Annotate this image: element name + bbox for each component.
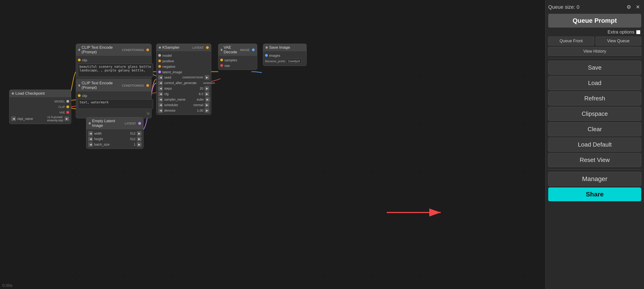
divider-1 bbox=[548, 58, 641, 58]
model-port-row: MODEL bbox=[10, 98, 71, 104]
clip1-input-row: clip bbox=[76, 57, 151, 63]
seed-row[interactable]: ◀ seed 156680208700286 ▶ bbox=[156, 75, 211, 80]
sampler-value: euler bbox=[187, 98, 205, 101]
clip2-body: clip text, watermark ⇲ bbox=[76, 92, 151, 118]
view-history-button[interactable]: View History bbox=[548, 47, 641, 56]
scheduler-row[interactable]: ◀ scheduler normal ▶ bbox=[156, 102, 211, 108]
steps-next-btn[interactable]: ▶ bbox=[205, 86, 209, 91]
control-prev-btn[interactable]: ◀ bbox=[158, 81, 163, 85]
model-output-port bbox=[66, 100, 69, 103]
batch-next-btn[interactable]: ▶ bbox=[137, 142, 142, 147]
positive-input-row: positive bbox=[156, 58, 211, 64]
ksampler-node[interactable]: KSampler LATENT model positive negative bbox=[156, 44, 211, 115]
height-label: height bbox=[93, 137, 118, 141]
share-button[interactable]: Share bbox=[548, 188, 641, 201]
sampler-next-btn[interactable]: ▶ bbox=[205, 97, 210, 102]
settings-icon-btn[interactable]: ⚙ bbox=[625, 4, 632, 10]
sidebar-header: Queue size: 0 ⚙ ✕ bbox=[548, 3, 641, 12]
empty-latent-output-port bbox=[138, 122, 141, 125]
extra-options-label: Extra options bbox=[608, 30, 634, 35]
width-row[interactable]: ◀ width 512 ▶ bbox=[86, 131, 143, 136]
clip-text-encode-2-title: CLIP Text Encode (Prompt) CONDITIONING bbox=[76, 80, 151, 92]
save-image-title: Save Image bbox=[263, 44, 306, 51]
steps-row[interactable]: ◀ steps 20 ▶ bbox=[156, 86, 211, 91]
control-after-row[interactable]: ◀ control_after_generate randomize bbox=[156, 80, 211, 86]
queue-prompt-button[interactable]: Queue Prompt bbox=[548, 14, 641, 28]
height-next-btn[interactable]: ▶ bbox=[137, 137, 142, 141]
filename-prefix-row: filename_prefix ComfyUI bbox=[263, 58, 306, 64]
save-image-node[interactable]: Save Image images filename_prefix ComfyU… bbox=[263, 44, 306, 66]
sidebar: Queue size: 0 ⚙ ✕ Queue Prompt Extra opt… bbox=[545, 0, 644, 289]
load-checkpoint-node[interactable]: Load Checkpoint MODEL CLIP VAE ◀ ckpt_na bbox=[9, 90, 71, 124]
latent-input-row: latent_image bbox=[156, 69, 211, 75]
height-row[interactable]: ◀ height 512 ▶ bbox=[86, 136, 143, 142]
model-in-port bbox=[158, 54, 161, 57]
height-value: 512 bbox=[118, 137, 137, 141]
seed-next-btn[interactable]: ▶ bbox=[205, 75, 209, 80]
clip1-input-port bbox=[78, 58, 80, 61]
cfg-label: cfg bbox=[163, 92, 186, 96]
extra-options-checkbox[interactable] bbox=[636, 30, 640, 34]
vae-decode-output-port bbox=[252, 48, 255, 51]
batch-size-row[interactable]: ◀ batch_size 1 ▶ bbox=[86, 142, 143, 147]
width-next-btn[interactable]: ▶ bbox=[137, 131, 142, 136]
ckpt-name-row[interactable]: ◀ ckpt_name v1-5-pruned-emaonly.ckpt ▶ bbox=[10, 115, 71, 122]
load-checkpoint-title: Load Checkpoint bbox=[10, 90, 71, 97]
steps-value: 20 bbox=[186, 86, 205, 90]
ksampler-dot bbox=[159, 46, 161, 49]
batch-label: batch_size bbox=[93, 143, 118, 146]
refresh-button[interactable]: Refresh bbox=[548, 92, 641, 106]
canvas-area[interactable]: Load Checkpoint MODEL CLIP VAE ◀ ckpt_na bbox=[0, 0, 545, 289]
steps-prev-btn[interactable]: ◀ bbox=[158, 86, 163, 91]
extra-options-row: Extra options bbox=[548, 29, 641, 35]
load-button[interactable]: Load bbox=[548, 76, 641, 90]
clip2-input-row: clip bbox=[76, 93, 151, 98]
vae-port-row: VAE bbox=[10, 110, 71, 115]
manager-button[interactable]: Manager bbox=[548, 172, 641, 186]
seed-value: 156680208700286 bbox=[181, 76, 205, 79]
height-prev-btn[interactable]: ◀ bbox=[88, 137, 93, 141]
load-checkpoint-body: MODEL CLIP VAE ◀ ckpt_name v1-5-pruned-e… bbox=[10, 97, 71, 124]
queue-front-button[interactable]: Queue Front bbox=[548, 36, 594, 46]
cfg-row[interactable]: ◀ cfg 8.0 ▶ bbox=[156, 91, 211, 97]
scheduler-next-btn[interactable]: ▶ bbox=[205, 103, 209, 107]
denoise-prev-btn[interactable]: ◀ bbox=[158, 108, 163, 113]
filename-prefix-value[interactable]: ComfyUI bbox=[287, 59, 302, 64]
clip1-output-port bbox=[146, 48, 149, 51]
clip1-text-input[interactable]: beautiful scenery nature glass bottle la… bbox=[78, 64, 153, 77]
ckpt-prev-btn[interactable]: ◀ bbox=[11, 116, 16, 121]
load-checkpoint-dot bbox=[12, 92, 14, 95]
cfg-prev-btn[interactable]: ◀ bbox=[158, 92, 163, 96]
vae-decode-node[interactable]: VAE Decode IMAGE samples vae bbox=[218, 44, 257, 70]
latent-in-port bbox=[158, 70, 161, 73]
sampler-row[interactable]: ◀ sampler_name euler ▶ bbox=[156, 97, 211, 102]
cfg-next-btn[interactable]: ▶ bbox=[205, 92, 209, 96]
sampler-prev-btn[interactable]: ◀ bbox=[158, 97, 163, 102]
denoise-next-btn[interactable]: ▶ bbox=[205, 108, 209, 113]
scheduler-prev-btn[interactable]: ◀ bbox=[158, 103, 163, 107]
ckpt-next-btn[interactable]: ▶ bbox=[64, 116, 69, 121]
clip2-text-input[interactable]: text, watermark bbox=[78, 99, 153, 109]
denoise-row[interactable]: ◀ denoise 1.00 ▶ bbox=[156, 108, 211, 113]
clipspace-button[interactable]: Clipspace bbox=[548, 107, 641, 121]
clip2-resize-handle[interactable]: ⇲ bbox=[146, 111, 150, 116]
width-prev-btn[interactable]: ◀ bbox=[88, 131, 93, 136]
save-image-dot bbox=[266, 46, 268, 49]
clear-button[interactable]: Clear bbox=[548, 122, 641, 136]
images-in-port bbox=[265, 54, 268, 57]
seed-prev-btn[interactable]: ◀ bbox=[158, 75, 163, 80]
vae-decode-body: samples vae bbox=[218, 56, 257, 70]
vae-input-row: vae bbox=[218, 63, 257, 68]
vae-output-port bbox=[66, 111, 69, 114]
empty-latent-image-node[interactable]: Empty Latent Image LATENT ◀ width 512 ▶ … bbox=[86, 117, 144, 149]
clip-text-encode-2-node[interactable]: CLIP Text Encode (Prompt) CONDITIONING c… bbox=[76, 79, 152, 118]
batch-prev-btn[interactable]: ◀ bbox=[88, 142, 93, 147]
close-icon-btn[interactable]: ✕ bbox=[634, 4, 641, 10]
load-default-button[interactable]: Load Default bbox=[548, 138, 641, 152]
model-input-row: model bbox=[156, 52, 211, 58]
reset-view-button[interactable]: Reset View bbox=[548, 153, 641, 167]
clip2-output-port bbox=[146, 84, 149, 87]
view-queue-button[interactable]: View Queue bbox=[596, 36, 642, 46]
steps-label: steps bbox=[163, 86, 186, 90]
save-button[interactable]: Save bbox=[548, 61, 641, 75]
